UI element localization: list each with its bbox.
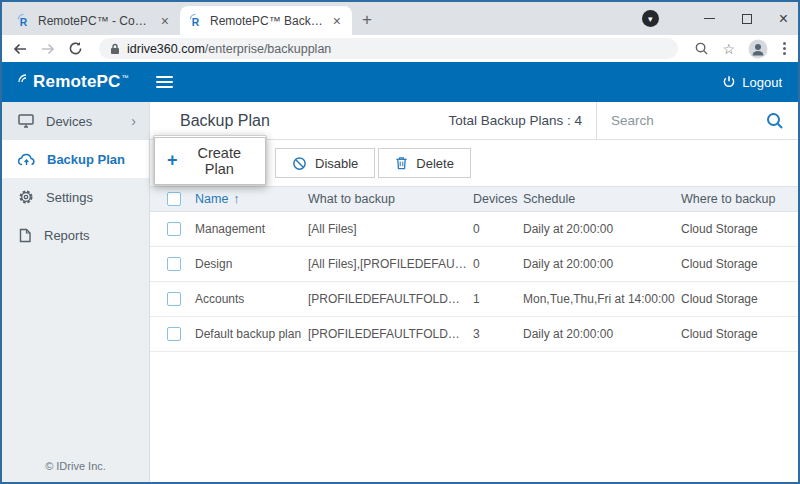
tab-bar: R RemotePC™ - Computers × R RemotePC™ Ba… — [2, 2, 798, 35]
search-box — [596, 102, 798, 139]
table-row: Management[All Files]0Daily at 20:00:00C… — [150, 212, 798, 247]
monitor-icon — [18, 114, 34, 128]
logout-label: Logout — [742, 75, 782, 90]
tab-remotepc-backup[interactable]: R RemotePC™ Backup × — [180, 6, 352, 35]
table-header: Name↑ What to backup Devices Schedule Wh… — [150, 186, 798, 212]
maximize-button[interactable] — [742, 14, 752, 24]
tab-title: RemotePC™ Backup — [210, 14, 323, 28]
tab-title: RemotePC™ - Computers — [38, 14, 151, 28]
sidebar-item-reports[interactable]: Reports — [2, 216, 149, 254]
plan-name: Accounts — [195, 292, 308, 306]
schedule: Daily at 20:00:00 — [523, 222, 681, 236]
column-header-name[interactable]: Name↑ — [195, 192, 308, 206]
tab-remotepc-computers[interactable]: R RemotePC™ - Computers × — [8, 6, 180, 35]
create-plan-button[interactable]: + Create Plan — [154, 137, 266, 185]
close-button[interactable]: × — [779, 11, 788, 27]
column-header-where[interactable]: Where to backup — [681, 192, 798, 206]
document-icon — [18, 228, 32, 243]
app-header: RemotePC ™ Logout — [2, 62, 798, 102]
brand-name: RemotePC — [33, 72, 121, 92]
reload-icon[interactable] — [68, 41, 83, 56]
plan-name: Design — [195, 257, 308, 271]
row-checkbox[interactable] — [167, 222, 181, 236]
row-checkbox[interactable] — [167, 327, 181, 341]
new-tab-button[interactable]: + — [362, 10, 372, 30]
search-icon[interactable] — [766, 112, 784, 130]
remotepc-favicon: R — [188, 13, 203, 28]
tab-close-icon[interactable]: × — [330, 13, 344, 29]
select-all-checkbox[interactable] — [167, 192, 181, 206]
sidebar-item-label: Backup Plan — [47, 152, 125, 167]
address-bar-actions: ☆ — [694, 39, 788, 59]
where-to-backup: Cloud Storage — [681, 222, 798, 236]
plan-name: Management — [195, 222, 308, 236]
url-bar[interactable]: idrive360.com/enterprise/backupplan — [99, 38, 678, 59]
sidebar: Devices › Backup Plan Settings Reports ©… — [2, 102, 150, 482]
svg-text:R: R — [192, 17, 200, 28]
window-controls: ▾ × — [642, 2, 788, 35]
column-header-what[interactable]: What to backup — [308, 192, 473, 206]
bookmark-star-icon[interactable]: ☆ — [722, 41, 735, 57]
main-content: Backup Plan Total Backup Plans : 4 + Cre… — [150, 102, 798, 482]
table-row: Design[All Files],[PROFILEDEFAULT...0Dai… — [150, 247, 798, 282]
zoom-icon[interactable] — [694, 41, 709, 56]
where-to-backup: Cloud Storage — [681, 327, 798, 341]
browser-menu-icon[interactable] — [781, 40, 788, 57]
url-path: /enterprise/backupplan — [205, 42, 331, 56]
disable-icon — [292, 156, 307, 171]
delete-label: Delete — [416, 156, 454, 171]
plan-name: Default backup plan — [195, 327, 308, 341]
where-to-backup: Cloud Storage — [681, 292, 798, 306]
sidebar-item-label: Settings — [46, 190, 93, 205]
plus-icon: + — [167, 153, 178, 167]
logout-button[interactable]: Logout — [722, 75, 782, 90]
table-row: Accounts[PROFILEDEFAULTFOLDERS]1Mon,Tue,… — [150, 282, 798, 317]
gear-icon — [18, 189, 34, 205]
devices-count: 0 — [473, 257, 523, 271]
disable-label: Disable — [315, 156, 358, 171]
search-input[interactable] — [611, 113, 758, 128]
schedule: Daily at 20:00:00 — [523, 257, 681, 271]
browser-update-icon[interactable]: ▾ — [642, 10, 659, 27]
sidebar-item-devices[interactable]: Devices › — [2, 102, 149, 140]
cloud-backup-icon — [18, 152, 35, 166]
address-bar: idrive360.com/enterprise/backupplan ☆ — [2, 35, 798, 62]
row-checkbox[interactable] — [167, 257, 181, 271]
delete-button[interactable]: Delete — [378, 148, 471, 178]
profile-avatar[interactable] — [748, 39, 768, 59]
schedule: Daily at 20:00:00 — [523, 327, 681, 341]
sidebar-item-settings[interactable]: Settings — [2, 178, 149, 216]
lock-icon — [110, 43, 120, 55]
create-plan-highlight: + Create Plan — [153, 135, 267, 186]
remotepc-logo[interactable]: RemotePC ™ — [18, 72, 129, 92]
minimize-button[interactable] — [704, 18, 715, 20]
logo-waves-icon — [18, 72, 32, 90]
back-icon[interactable] — [12, 41, 28, 57]
disable-button[interactable]: Disable — [275, 148, 375, 178]
column-header-schedule[interactable]: Schedule — [523, 192, 681, 206]
menu-hamburger-icon[interactable] — [153, 73, 176, 91]
what-to-backup: [PROFILEDEFAULTFOLDERS] — [308, 292, 473, 306]
tab-close-icon[interactable]: × — [158, 13, 172, 29]
table-row: Default backup plan[PROFILEDEFAULTFOLDER… — [150, 317, 798, 352]
devices-count: 0 — [473, 222, 523, 236]
power-icon — [722, 75, 736, 89]
sidebar-item-label: Devices — [46, 114, 92, 129]
column-header-devices[interactable]: Devices — [473, 192, 523, 206]
trademark: ™ — [122, 74, 129, 81]
where-to-backup: Cloud Storage — [681, 257, 798, 271]
chevron-right-icon: › — [131, 113, 136, 129]
row-checkbox[interactable] — [167, 292, 181, 306]
trash-icon — [395, 156, 408, 170]
sidebar-item-label: Reports — [44, 228, 90, 243]
create-plan-label: Create Plan — [186, 145, 253, 177]
forward-icon[interactable] — [40, 41, 56, 57]
browser-window: R RemotePC™ - Computers × R RemotePC™ Ba… — [0, 0, 800, 484]
svg-text:R: R — [20, 17, 28, 28]
sort-ascending-icon: ↑ — [233, 192, 239, 206]
schedule: Mon,Tue,Thu,Fri at 14:00:00 — [523, 292, 681, 306]
sidebar-item-backup-plan[interactable]: Backup Plan — [2, 140, 149, 178]
url-domain: idrive360.com — [127, 42, 205, 56]
remotepc-favicon: R — [16, 13, 31, 28]
toolbar: + Create Plan Disable Delete — [150, 140, 798, 186]
